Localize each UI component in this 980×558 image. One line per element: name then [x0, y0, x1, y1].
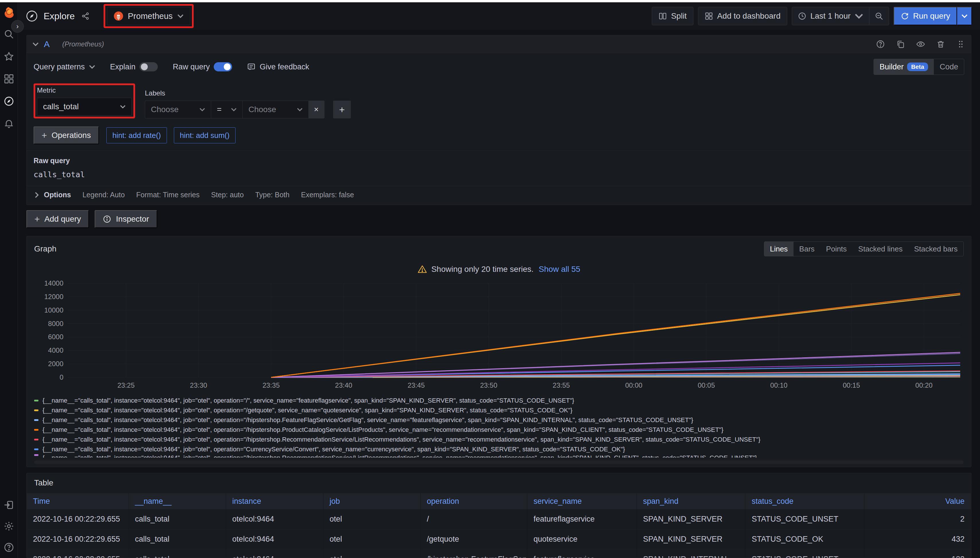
table-column-header[interactable]: service_name — [527, 493, 637, 509]
explore-icon[interactable] — [3, 96, 14, 107]
give-feedback-link[interactable]: Give feedback — [247, 62, 309, 71]
svg-text:2000: 2000 — [48, 360, 63, 368]
metric-select[interactable]: calls_total — [37, 98, 132, 116]
chevron-down-icon — [89, 64, 95, 70]
copy-query-icon[interactable] — [896, 39, 905, 49]
table-cell: / — [421, 509, 527, 529]
options-row[interactable]: Options Legend: AutoFormat: Time seriesS… — [27, 186, 971, 201]
table-column-header[interactable]: Time — [27, 493, 129, 509]
collapse-chevron-icon[interactable] — [33, 41, 39, 47]
legend-item[interactable]: {__name__="calls_total", instance="otelc… — [34, 396, 964, 405]
table-column-header[interactable]: __name__ — [129, 493, 226, 509]
legend-item[interactable]: {__name__="calls_total", instance="otelc… — [34, 415, 964, 425]
query-help-icon[interactable] — [876, 39, 885, 49]
query-row-header[interactable]: A (Prometheus) — [27, 35, 971, 53]
legend-item[interactable]: {__name__="calls_total", instance="otelc… — [34, 454, 964, 458]
time-range-group: Last 1 hour — [792, 7, 889, 25]
split-icon — [658, 12, 667, 20]
chart-legend: {__name__="calls_total", instance="otelc… — [27, 393, 971, 458]
dashboards-icon[interactable] — [3, 74, 14, 84]
legend-item[interactable]: {__name__="calls_total", instance="otelc… — [34, 435, 964, 445]
prometheus-logo-icon — [113, 11, 123, 21]
label-key-select[interactable]: Choose — [145, 101, 211, 118]
builder-mode-tab[interactable]: Builder Beta — [874, 59, 934, 75]
query-editor-panel: A (Prometheus) Query patterns — [26, 35, 972, 205]
add-query-button[interactable]: + Add query — [26, 210, 89, 228]
add-to-dashboard-button[interactable]: Add to dashboard — [698, 7, 787, 25]
split-button[interactable]: Split — [652, 7, 693, 25]
table-column-header[interactable]: operation — [421, 493, 527, 509]
code-mode-tab[interactable]: Code — [934, 59, 964, 75]
share-icon[interactable] — [81, 12, 90, 20]
editor-mode-switch: Builder Beta Code — [873, 59, 964, 75]
inspector-button[interactable]: Inspector — [95, 210, 157, 228]
datasource-picker[interactable]: Prometheus — [107, 7, 190, 25]
table-cell: STATUS_CODE_UNSET — [745, 509, 864, 529]
hide-query-eye-icon[interactable] — [916, 39, 925, 49]
query-hint-button-1[interactable]: hint: add sum() — [174, 127, 235, 143]
legend-item[interactable]: {__name__="calls_total", instance="otelc… — [34, 405, 964, 415]
svg-text:8000: 8000 — [48, 320, 63, 327]
legend-item[interactable]: {__name__="calls_total", instance="otelc… — [34, 445, 964, 454]
alerting-icon[interactable] — [3, 118, 14, 129]
clock-icon — [798, 12, 806, 20]
table-column-header[interactable]: instance — [226, 493, 323, 509]
query-patterns-dropdown[interactable]: Query patterns — [34, 62, 95, 71]
raw-query-preview: Raw query calls_total — [27, 151, 971, 186]
run-query-caret-button[interactable] — [957, 7, 972, 25]
time-range-picker[interactable]: Last 1 hour — [792, 7, 869, 25]
raw-query-toggle[interactable] — [214, 62, 232, 71]
table-panel-title: Table — [27, 473, 971, 493]
add-label-filter-button[interactable]: + — [333, 101, 351, 118]
plus-icon: + — [35, 214, 40, 225]
plus-icon: + — [41, 130, 47, 141]
graph-mode-bars[interactable]: Bars — [794, 242, 820, 256]
show-all-series-link[interactable]: Show all 55 — [539, 265, 580, 274]
operations-button[interactable]: + Operations — [34, 126, 99, 144]
explain-toggle[interactable] — [140, 62, 158, 71]
legend-label: {__name__="calls_total", instance="otelc… — [43, 426, 723, 433]
options-summary-item: Step: auto — [211, 191, 244, 199]
legend-label: {__name__="calls_total", instance="otelc… — [43, 416, 693, 424]
raw-query-label: Raw query — [173, 62, 210, 71]
remove-label-filter-button[interactable]: × — [308, 101, 324, 118]
label-operator-select[interactable]: = — [211, 101, 242, 118]
graph-mode-stacked-bars[interactable]: Stacked bars — [908, 242, 964, 256]
time-series-chart[interactable]: 0200040006000800010000120001400023:2523:… — [27, 277, 971, 393]
label-value-select[interactable]: Choose — [242, 101, 308, 118]
graph-mode-lines[interactable]: Lines — [764, 242, 794, 256]
explain-toggle-group: Explain — [110, 62, 158, 71]
legend-swatch — [34, 419, 38, 421]
svg-text:23:45: 23:45 — [408, 381, 425, 389]
sign-in-icon[interactable] — [3, 499, 14, 510]
page-title: Explore — [44, 11, 75, 21]
chevron-down-icon — [855, 12, 863, 20]
table-column-header[interactable]: span_kind — [637, 493, 746, 509]
table-column-header[interactable]: Value — [864, 493, 971, 509]
options-summary: Legend: AutoFormat: Time seriesStep: aut… — [82, 191, 354, 199]
warning-triangle-icon — [418, 264, 427, 274]
legend-scrollbar[interactable] — [34, 461, 964, 464]
drag-handle-icon[interactable] — [956, 39, 965, 49]
query-hint-button-0[interactable]: hint: add rate() — [107, 127, 167, 143]
table-cell: STATUS_CODE_OK — [745, 529, 864, 550]
chevron-down-icon — [120, 104, 126, 110]
run-query-button[interactable]: Run query — [894, 7, 957, 25]
table-cell: /hipstershop.FeatureFlagServi... — [421, 550, 527, 558]
delete-query-trash-icon[interactable] — [936, 39, 945, 49]
time-zoom-out-button[interactable] — [869, 7, 889, 25]
graph-mode-points[interactable]: Points — [820, 242, 852, 256]
explore-actions-row: + Add query Inspector — [26, 210, 972, 228]
table-column-header[interactable]: job — [323, 493, 421, 509]
sidebar-expand-button[interactable]: › — [11, 20, 24, 33]
settings-gear-icon[interactable] — [3, 521, 14, 532]
table-cell: otelcol:9464 — [226, 509, 323, 529]
help-icon[interactable] — [3, 542, 14, 553]
table-column-header[interactable]: status_code — [745, 493, 864, 509]
raw-query-preview-label: Raw query — [34, 157, 964, 165]
graph-mode-stacked-lines[interactable]: Stacked lines — [853, 242, 909, 256]
svg-text:23:35: 23:35 — [263, 381, 280, 389]
grafana-logo-icon[interactable] — [3, 6, 15, 19]
starred-icon[interactable] — [3, 51, 14, 62]
legend-item[interactable]: {__name__="calls_total", instance="otelc… — [34, 425, 964, 435]
